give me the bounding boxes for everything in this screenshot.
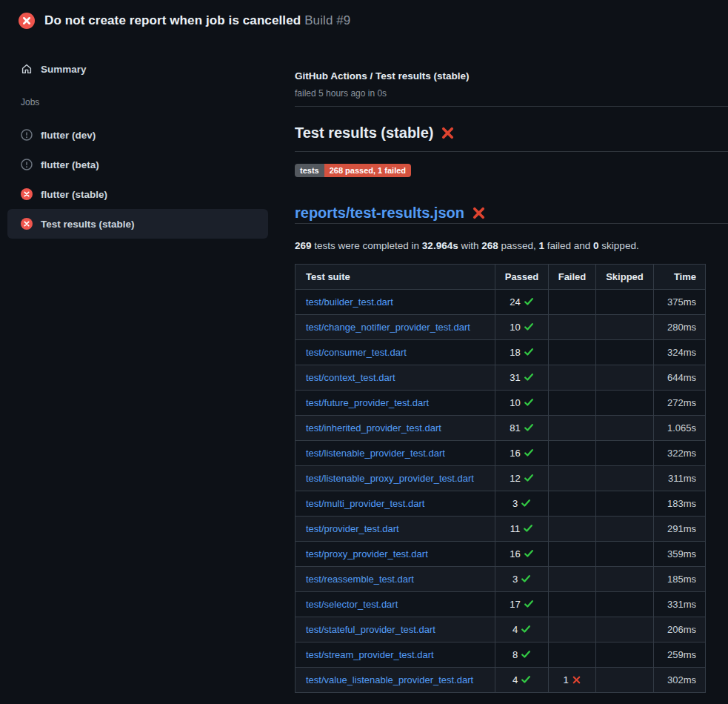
cancelled-icon bbox=[21, 129, 33, 141]
time-cell: 280ms bbox=[654, 315, 706, 340]
test-suite-cell: test/multi_provider_test.dart bbox=[295, 491, 495, 517]
test-suite-link[interactable]: test/proxy_provider_test.dart bbox=[306, 548, 428, 559]
sidebar-jobs: flutter (dev)flutter (beta)flutter (stab… bbox=[0, 120, 275, 239]
table-row: test/stream_provider_test.dart8259ms bbox=[295, 642, 706, 668]
failed-cell bbox=[549, 391, 596, 416]
passed-count: 81 bbox=[510, 422, 520, 434]
failed-icon bbox=[21, 218, 33, 230]
passed-cell: 10 bbox=[495, 391, 549, 416]
passed-cell: 8 bbox=[495, 642, 549, 668]
passed-count: 3 bbox=[512, 498, 518, 509]
skipped-cell bbox=[596, 315, 654, 340]
skipped-cell bbox=[596, 517, 654, 542]
table-row: test/context_test.dart31644ms bbox=[295, 365, 706, 391]
test-suite-link[interactable]: test/inherited_provider_test.dart bbox=[306, 422, 441, 434]
failed-cell bbox=[549, 365, 596, 391]
table-row: test/stateful_provider_test.dart4206ms bbox=[295, 617, 706, 642]
tests-badge: tests 268 passed, 1 failed bbox=[295, 164, 411, 177]
failed-icon bbox=[21, 188, 33, 200]
test-suite-link[interactable]: test/multi_provider_test.dart bbox=[306, 498, 424, 509]
time-cell: 291ms bbox=[654, 517, 706, 542]
passed-count: 17 bbox=[510, 599, 520, 610]
check-icon bbox=[524, 548, 534, 559]
passed-cell: 16 bbox=[495, 441, 549, 466]
test-suite-link[interactable]: test/value_listenable_provider_test.dart bbox=[306, 674, 473, 685]
time-cell: 359ms bbox=[654, 542, 706, 567]
test-results-table: Test suite Passed Failed Skipped Time te… bbox=[295, 264, 706, 693]
test-suite-link[interactable]: test/listenable_proxy_provider_test.dart bbox=[306, 473, 474, 484]
test-suite-link[interactable]: test/builder_test.dart bbox=[306, 296, 393, 308]
failed-cell bbox=[549, 491, 596, 517]
check-icon bbox=[524, 473, 534, 483]
check-icon bbox=[521, 674, 531, 685]
skipped-cell bbox=[596, 391, 654, 416]
sidebar-job-item[interactable]: flutter (stable) bbox=[7, 179, 268, 209]
check-icon bbox=[524, 422, 534, 433]
report-file-link[interactable]: reports/test-results.json bbox=[295, 202, 464, 223]
check-icon bbox=[521, 649, 531, 660]
build-number: Build #9 bbox=[304, 13, 350, 27]
table-row: test/inherited_provider_test.dart811.065… bbox=[295, 416, 706, 441]
test-suite-link[interactable]: test/selector_test.dart bbox=[306, 599, 398, 610]
report-title: reports/test-results.json bbox=[295, 202, 728, 223]
test-suite-link[interactable]: test/stream_provider_test.dart bbox=[306, 649, 434, 660]
summary-segment: passed, bbox=[498, 240, 539, 251]
time-cell: 302ms bbox=[654, 668, 706, 693]
table-row: test/consumer_test.dart18324ms bbox=[295, 340, 706, 365]
passed-cell: 3 bbox=[495, 567, 549, 592]
sidebar-job-label: Test results (stable) bbox=[41, 219, 135, 230]
skipped-cell bbox=[596, 542, 654, 567]
column-header-time: Time bbox=[654, 265, 706, 290]
test-suite-link[interactable]: test/listenable_provider_test.dart bbox=[306, 448, 445, 459]
time-cell: 185ms bbox=[654, 567, 706, 592]
failed-cell bbox=[549, 441, 596, 466]
check-icon bbox=[524, 397, 534, 408]
failed-x-icon bbox=[441, 126, 455, 140]
sidebar-job-item[interactable]: flutter (beta) bbox=[7, 150, 268, 179]
table-row: test/provider_test.dart11291ms bbox=[295, 517, 706, 542]
check-icon bbox=[524, 347, 534, 357]
test-suite-cell: test/change_notifier_provider_test.dart bbox=[295, 315, 495, 340]
failed-cell bbox=[549, 315, 596, 340]
check-icon bbox=[521, 574, 531, 584]
check-icon bbox=[524, 322, 534, 332]
test-suite-cell: test/listenable_provider_test.dart bbox=[295, 441, 495, 466]
test-suite-link[interactable]: test/provider_test.dart bbox=[306, 523, 399, 534]
time-cell: 324ms bbox=[654, 340, 706, 365]
test-suite-link[interactable]: test/consumer_test.dart bbox=[306, 347, 407, 358]
passed-count: 3 bbox=[512, 574, 518, 585]
column-header-skipped: Skipped bbox=[596, 265, 654, 290]
test-suite-cell: test/provider_test.dart bbox=[295, 517, 495, 542]
test-suite-cell: test/value_listenable_provider_test.dart bbox=[295, 668, 495, 693]
test-suite-cell: test/listenable_proxy_provider_test.dart bbox=[295, 466, 495, 491]
table-row: test/change_notifier_provider_test.dart1… bbox=[295, 315, 706, 340]
test-suite-cell: test/reassemble_test.dart bbox=[295, 567, 495, 592]
test-suite-link[interactable]: test/context_test.dart bbox=[306, 372, 395, 383]
test-suite-link[interactable]: test/stateful_provider_test.dart bbox=[306, 624, 435, 635]
table-row: test/multi_provider_test.dart3183ms bbox=[295, 491, 706, 517]
passed-cell: 16 bbox=[495, 542, 549, 567]
summary-segment: 32.964s bbox=[422, 240, 458, 251]
summary-segment: tests were completed in bbox=[312, 240, 422, 251]
test-suite-cell: test/stream_provider_test.dart bbox=[295, 642, 495, 668]
test-suite-cell: test/selector_test.dart bbox=[295, 592, 495, 617]
test-suite-cell: test/stateful_provider_test.dart bbox=[295, 617, 495, 642]
passed-cell: 18 bbox=[495, 340, 549, 365]
test-suite-link[interactable]: test/future_provider_test.dart bbox=[306, 397, 429, 408]
passed-count: 16 bbox=[510, 548, 520, 559]
test-suite-link[interactable]: test/reassemble_test.dart bbox=[306, 574, 414, 585]
sidebar-item-summary[interactable]: Summary bbox=[7, 54, 268, 84]
table-row: test/listenable_proxy_provider_test.dart… bbox=[295, 466, 706, 491]
sidebar-job-item[interactable]: flutter (dev) bbox=[7, 120, 268, 150]
table-header-row: Test suite Passed Failed Skipped Time bbox=[295, 265, 706, 290]
time-cell: 322ms bbox=[654, 441, 706, 466]
test-suite-cell: test/consumer_test.dart bbox=[295, 340, 495, 365]
summary-segment: failed and bbox=[544, 240, 593, 251]
sidebar-job-item[interactable]: Test results (stable) bbox=[7, 209, 268, 239]
test-suite-link[interactable]: test/change_notifier_provider_test.dart bbox=[306, 322, 470, 333]
failed-cell bbox=[549, 542, 596, 567]
sidebar: Summary Jobs flutter (dev)flutter (beta)… bbox=[0, 41, 275, 239]
run-title: Do not create report when job is cancell… bbox=[44, 13, 350, 28]
check-icon bbox=[524, 372, 534, 382]
run-header: Do not create report when job is cancell… bbox=[0, 0, 728, 41]
